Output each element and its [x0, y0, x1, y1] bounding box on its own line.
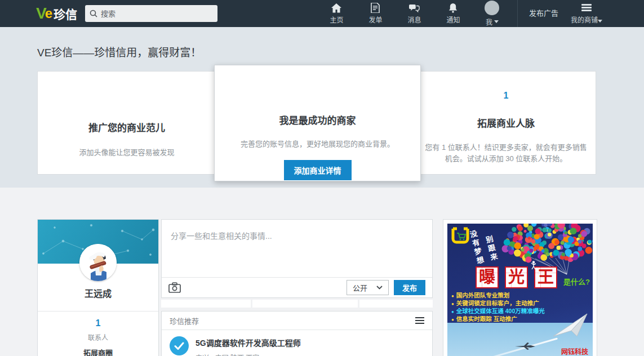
bullet-dot-icon: ●: [451, 292, 454, 300]
feed-section: 王远成 1 联系人 拓展商圈 分享一些和生意相关的事情...: [0, 188, 644, 356]
camera-icon: [168, 282, 181, 293]
avatar-illustration: [79, 244, 117, 281]
bullet-dot-icon: ●: [451, 300, 454, 308]
ad-bullet: ●国内外团队专业策划: [451, 292, 590, 300]
nav-item-me[interactable]: 我: [473, 0, 512, 27]
ad-column: 没有梦想 别跟来 曝 光 王 是什么? ●国内外团队专业策划 ●关键词锁定目标客…: [443, 219, 597, 356]
avatar[interactable]: [79, 244, 117, 281]
contrail-graphic: [447, 337, 558, 356]
card-text: 您有 1 位联系人！结识更多卖家，就会有更多销售机会。试试从添加 30 位联系人…: [421, 142, 590, 164]
nav-item-messages[interactable]: 消息: [395, 0, 434, 27]
chat-icon: [408, 3, 420, 13]
bullet-dot-icon: ●: [451, 308, 454, 315]
card-title: 拓展商业人脉: [416, 115, 596, 130]
visibility-value: 公开: [353, 282, 367, 293]
publish-ad-link[interactable]: 发布广告: [523, 0, 566, 27]
job-list-item[interactable]: 5G调度器软件开发高级工程师 中兴 · 中国,陕西,西安: [162, 330, 432, 356]
add-business-details-button[interactable]: 添加商业详情: [284, 160, 352, 180]
feed-tab[interactable]: [161, 300, 251, 308]
hamburger-icon: [581, 3, 592, 12]
job-title: 5G调度器软件开发高级工程师: [196, 337, 301, 348]
nav-label: 我: [486, 17, 492, 26]
hanging-person-icon: [531, 261, 536, 270]
contacts-count[interactable]: 1: [38, 318, 158, 328]
nav-item-notifications[interactable]: 通知: [434, 0, 473, 27]
contacts-label: 联系人: [38, 332, 158, 342]
advertiser-logo-icon: [451, 226, 470, 246]
card-successful-merchant: 我是最成功的商家 完善您的账号信息，更好地展现您的商业背景。 添加商业详情: [214, 65, 421, 181]
profile-card[interactable]: 王远成 1 联系人 拓展商圈: [37, 219, 159, 356]
card-promote-business: 推广您的商业范儿 添加头像能让您更容易被发现: [38, 72, 216, 174]
menu-icon[interactable]: [415, 315, 424, 326]
card-title: 推广您的商业范儿: [38, 120, 216, 134]
nav-item-my-shop[interactable]: 我的商铺: [566, 0, 607, 27]
advertisement[interactable]: 没有梦想 别跟来 曝 光 王 是什么? ●国内外团队专业策划 ●关键词锁定目标客…: [443, 219, 597, 356]
ad-bullet: ●关键词锁定目标客户，主动推广: [451, 300, 590, 308]
paper-plane-icon: [552, 312, 592, 341]
recommendations-header: 珍信推荐: [162, 312, 432, 330]
verified-check-icon: [170, 336, 189, 355]
nav-label: 主页: [330, 15, 343, 24]
me-avatar: [485, 1, 499, 15]
card-expand-network: 1 拓展商业人脉 您有 1 位联系人！结识更多卖家，就会有更多销售机会。试试从添…: [416, 72, 596, 174]
search-icon: [90, 10, 97, 17]
hero-section: VE珍信——珍惜信用，赢得财富！ 推广您的商业范儿 添加头像能让您更容易被发现 …: [0, 27, 644, 188]
composer-toolbar: 公开 发布: [162, 277, 432, 297]
top-navbar: Ve珍信 主页 发单 消息 通知: [0, 0, 644, 27]
advertiser-name: 网钰科技: [561, 346, 588, 356]
chevron-down-icon: [598, 20, 602, 23]
headline-char: 曝: [476, 266, 499, 288]
nav-item-home[interactable]: 主页: [317, 0, 356, 27]
headline-char: 光: [505, 266, 528, 288]
app-logo[interactable]: Ve珍信: [36, 5, 77, 23]
composer-input[interactable]: 分享一些和生意相关的事情...: [162, 220, 432, 278]
search-box[interactable]: [85, 5, 217, 22]
headline-suffix: 是什么?: [563, 276, 590, 288]
nav-label: 消息: [407, 15, 421, 24]
profile-stats: 1 联系人 拓展商圈: [38, 312, 158, 356]
chevron-down-icon: [494, 20, 499, 23]
card-subtitle: 添加头像能让您更容易被发现: [38, 146, 216, 157]
airplane-icon: [514, 342, 536, 350]
navbar-separator: [517, 0, 518, 27]
recommendations-title: 珍信推荐: [170, 315, 199, 326]
page: Ve珍信 主页 发单 消息 通知: [0, 0, 644, 356]
feed-tab[interactable]: [252, 300, 358, 308]
logo-brand: 珍信: [54, 5, 77, 22]
contacts-count: 1: [416, 91, 596, 101]
onboarding-cards: 推广您的商业范儿 添加头像能让您更容易被发现 1 拓展商业人脉 您有 1 位联系…: [37, 65, 596, 181]
profile-name[interactable]: 王远成: [38, 286, 158, 300]
nav-label: 发单: [368, 15, 382, 24]
publish-button[interactable]: 发布: [394, 280, 425, 295]
nav-item-orders[interactable]: 发单: [356, 0, 395, 27]
navbar-menu: 主页 发单 消息 通知 我 发布广告 我的商铺: [317, 0, 607, 27]
page-title: VE珍信——珍惜信用，赢得财富！: [0, 27, 644, 59]
post-composer: 分享一些和生意相关的事情... 公开 发布: [161, 219, 433, 298]
home-icon: [331, 3, 341, 13]
bell-icon: [448, 3, 458, 13]
headline-char: 王: [534, 266, 557, 288]
chevron-down-icon: [376, 286, 383, 290]
job-info: 5G调度器软件开发高级工程师 中兴 · 中国,陕西,西安: [196, 335, 301, 356]
ad-image: 没有梦想 别跟来 曝 光 王 是什么? ●国内外团队专业策划 ●关键词锁定目标客…: [447, 224, 593, 356]
card-title: 我是最成功的商家: [215, 113, 420, 127]
feed-tab[interactable]: [359, 300, 433, 308]
add-photo-button[interactable]: [168, 282, 181, 293]
ad-slogan-line: 没有梦想: [467, 229, 486, 267]
feed-tabs-strip: [161, 300, 433, 308]
document-icon: [371, 3, 380, 13]
profile-column: 王远成 1 联系人 拓展商圈: [37, 219, 159, 356]
visibility-select[interactable]: 公开: [347, 280, 389, 295]
ad-sky-graphic: 网钰科技: [447, 323, 593, 356]
expand-circle-link[interactable]: 拓展商圈: [38, 347, 158, 356]
logo-e: e: [45, 6, 52, 21]
recommendations-card: 珍信推荐 5G调度器软件开发高级工程师 中兴 · 中国,陕西,西安: [161, 311, 433, 356]
search-input[interactable]: [101, 10, 213, 18]
job-meta: 中兴 · 中国,陕西,西安: [196, 353, 301, 356]
card-subtitle: 完善您的账号信息，更好地展现您的商业背景。: [215, 138, 420, 149]
nav-label: 我的商铺: [571, 16, 598, 24]
nav-label: 通知: [446, 15, 460, 24]
main-column: 分享一些和生意相关的事情... 公开 发布: [161, 219, 433, 356]
